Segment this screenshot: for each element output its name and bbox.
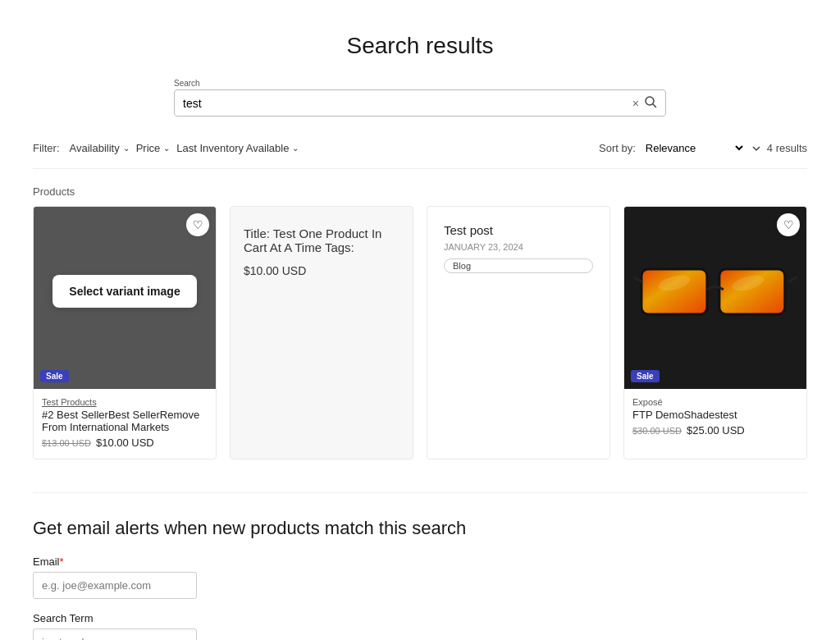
sort-label: Sort by: [599,142,636,154]
product-card-4[interactable]: Sale ♡ Exposé FTP DemoShadestest $30.00 … [623,206,807,459]
email-alert-section: Get email alerts when new products match… [33,492,807,640]
search-term-label: Search Term [33,612,807,624]
filter-bar: Filter: Availability ⌄ Price ⌄ Last Inve… [33,141,807,169]
search-submit-button[interactable] [644,95,657,111]
search-term-input[interactable] [33,629,197,640]
product-name-4: FTP DemoShadestest [632,409,798,421]
search-bar-container: Search × [33,79,807,117]
required-asterisk: * [60,555,64,568]
filter-price-button[interactable]: Price ⌄ [136,142,171,154]
product-title-2: Title: Test One Product In Cart At A Tim… [244,226,399,254]
results-grid: Select variant image u can only choose i… [33,206,807,459]
chevron-down-icon [752,144,760,153]
wishlist-button-1[interactable]: ♡ [186,213,209,236]
search-term-form-group: Search Term [33,612,807,640]
blog-card[interactable]: Test post JANUARY 23, 2024 Blog [427,206,610,459]
select-variant-box: Select variant image [52,275,196,308]
product-info-4: Exposé FTP DemoShadestest $30.00 USD $25… [624,389,806,446]
original-price-4: $30.00 USD [632,426,682,436]
sale-badge-4: Sale [631,370,660,382]
sunglasses-image [633,216,797,380]
sale-badge-1: Sale [40,370,69,382]
product-price-2: $10.00 USD [244,264,399,277]
search-bar-wrapper: Search × [174,79,666,117]
chevron-down-icon: ⌄ [292,144,299,153]
filter-label: Filter: [33,142,60,154]
search-icon [644,95,657,108]
search-input-row: × [174,89,666,117]
email-form-group: Email* [33,555,807,599]
product-brand-1: Test Products [42,397,208,407]
price-row-4: $30.00 USD $25.00 USD [632,424,798,437]
email-label: Email* [33,555,807,568]
sale-price-4: $25.00 USD [687,424,745,437]
product-no-image-inner: Title: Test One Product In Cart At A Tim… [231,207,413,297]
sale-price-1: $10.00 USD [96,437,154,449]
product-card-2[interactable]: Title: Test One Product In Cart At A Tim… [230,206,413,459]
filter-inventory-button[interactable]: Last Inventory Available ⌄ [176,142,299,154]
variant-overlay: Select variant image u can only choose i… [34,207,216,389]
search-input[interactable] [183,97,632,110]
email-alert-title: Get email alerts when new products match… [33,518,807,539]
results-count: 4 results [767,142,807,154]
svg-rect-2 [641,269,707,314]
chevron-down-icon: ⌄ [163,144,170,153]
products-section-label: Products [33,185,807,198]
price-row-1: $13.00 USD $10.00 USD [42,437,208,449]
email-input[interactable] [33,572,197,599]
product-brand-4: Exposé [632,397,798,407]
search-label: Search [174,79,666,88]
page-title: Search results [33,33,807,59]
blog-tag: Blog [444,258,593,273]
product-info-1: Test Products #2 Best SellerBest SellerR… [34,389,216,459]
blog-title: Test post [444,223,593,237]
product-card-1[interactable]: Select variant image u can only choose i… [33,206,217,459]
product-brand-link-1[interactable]: Test Products [42,397,97,407]
wishlist-button-4[interactable]: ♡ [777,213,800,236]
select-variant-label: Select variant image [69,285,180,298]
search-clear-button[interactable]: × [632,97,639,110]
sort-select[interactable]: Relevance Price: Low to High Price: High… [642,141,746,155]
chevron-down-icon: ⌄ [123,144,130,153]
variant-subtext: u can only choose images [72,311,176,321]
blog-date: JANUARY 23, 2024 [444,242,593,252]
blog-card-inner: Test post JANUARY 23, 2024 Blog [427,207,609,459]
original-price-1: $13.00 USD [42,438,91,448]
product-image-4: Sale ♡ [624,207,806,389]
svg-line-1 [653,104,656,107]
filter-availability-button[interactable]: Availability ⌄ [70,142,130,154]
svg-line-5 [789,277,797,281]
product-name-1: #2 Best SellerBest SellerRemove From Int… [42,409,208,433]
product-image-1: Select variant image u can only choose i… [34,207,216,389]
sort-section: Sort by: Relevance Price: Low to High Pr… [599,141,807,155]
